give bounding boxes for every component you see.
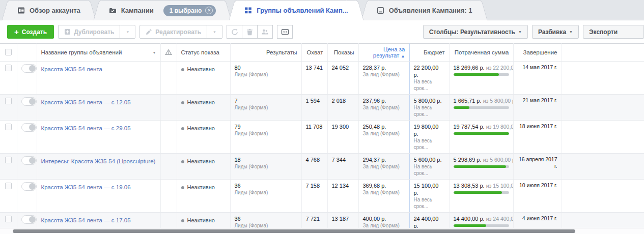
adset-toggle[interactable] [21, 156, 37, 165]
duplicate-dropdown-button[interactable]: ▼ [120, 25, 135, 39]
row-impressions-cell: 19 300 [327, 121, 358, 154]
row-spent-cell: 5 298,69 р. из 5 600,00 р. [449, 154, 513, 180]
duplicate-icon [64, 28, 71, 35]
status-text: Неактивно [187, 158, 215, 164]
refresh-icon[interactable] [227, 25, 242, 39]
row-results-cell: 7Лиды (Форма) [230, 95, 301, 121]
spend-progress-bar [454, 106, 509, 109]
row-results-cell: 80Лиды (Форма) [230, 62, 301, 95]
campaigns-folder-icon [109, 7, 117, 14]
row-impressions-cell: 12 134 [327, 180, 358, 213]
split-test-people-icon[interactable] [257, 25, 273, 39]
adset-row: Красота Ж35-54 лента — с 12.05 Неактивно… [0, 95, 644, 121]
row-toggle-cell [17, 121, 37, 154]
horizontal-scrollbar-thumb[interactable] [13, 229, 575, 233]
adset-name-link[interactable]: Красота Ж35-54 лента — с 17.05 [41, 216, 131, 224]
adset-name-link[interactable]: Красота Ж35-54 лента — с 12.05 [41, 98, 131, 106]
row-checkbox[interactable] [5, 65, 12, 71]
row-cost-cell: 369,68 р.За лид (Форма) [358, 180, 409, 213]
row-toggle-cell [17, 95, 37, 121]
status-text: Неактивно [187, 125, 215, 131]
row-checkbox[interactable] [5, 183, 12, 189]
row-checkbox[interactable] [5, 216, 12, 222]
col-header-name[interactable]: Название группы объявлений▼ [37, 44, 160, 62]
adset-toggle[interactable] [21, 215, 37, 224]
pixel-tag-icon[interactable] [277, 25, 293, 39]
filter-caret-icon[interactable]: ▼ [153, 51, 156, 54]
col-header-status[interactable]: Статус показа [177, 44, 230, 62]
col-header-spent[interactable]: Потраченная сумма [449, 44, 513, 62]
adset-name-link[interactable]: Красота Ж35-54 лента [41, 65, 102, 73]
create-button[interactable]: + Создать [7, 25, 54, 39]
breakdown-button[interactable]: Разбивка ▼ [532, 25, 579, 39]
delete-trash-icon[interactable] [242, 25, 258, 39]
col-header-results[interactable]: Результаты [230, 44, 301, 62]
col-header-impressions[interactable]: Показы [327, 44, 358, 62]
columns-button[interactable]: Столбцы: Результативность ▼ [423, 25, 528, 39]
tab-account-overview[interactable]: Обзор аккаунта [10, 0, 88, 20]
row-filler-cell [562, 95, 644, 121]
status-dot [181, 68, 184, 71]
row-filler-cell [562, 180, 644, 213]
chevron-down-icon: ▼ [213, 31, 216, 34]
row-select-cell [0, 95, 17, 121]
export-button[interactable]: Экспорти [583, 25, 644, 39]
chevron-down-icon: ▼ [569, 31, 573, 34]
toggle-knob [29, 98, 36, 105]
row-name-cell: Красота Ж35-54 лента — с 12.05 [37, 95, 160, 121]
row-cost-cell: 250,48 р.За лид (Форма) [358, 121, 409, 154]
row-actions-group [227, 25, 273, 39]
spend-progress-bar [454, 132, 509, 135]
status-text: Неактивно [187, 66, 215, 72]
spend-progress-bar [454, 165, 509, 168]
plus-icon: + [14, 28, 19, 36]
account-overview-icon [17, 7, 25, 14]
col-header-end[interactable]: Завершение [513, 44, 562, 62]
row-end-cell: 14 мая 2017 г. [513, 62, 562, 95]
adset-toggle[interactable] [21, 123, 37, 132]
edit-dropdown-button[interactable]: ▼ [207, 25, 222, 39]
row-budget-cell: 5 800,00 р.На весь срок... [409, 95, 449, 121]
row-status-cell: Неактивно [177, 180, 230, 213]
toggle-knob [29, 216, 36, 223]
adset-toggle[interactable] [21, 182, 37, 191]
col-header-reach[interactable]: Охват [301, 44, 327, 62]
col-header-budget[interactable]: Бюджет [409, 44, 449, 62]
status-dot [181, 186, 184, 189]
edit-button[interactable]: Редактировать [139, 25, 207, 39]
adset-name-link[interactable]: Красота Ж35-54 лента — с 19.06 [41, 183, 131, 191]
adset-toggle[interactable] [21, 64, 37, 73]
ads-card-icon [377, 7, 384, 14]
row-checkbox[interactable] [5, 157, 12, 163]
toggle-knob [29, 183, 36, 190]
tab-ads[interactable]: Объявления Кампания: 1 [370, 0, 480, 20]
row-checkbox[interactable] [5, 98, 12, 104]
horizontal-scrollbar-track[interactable] [0, 228, 644, 234]
col-header-cost-sorted[interactable]: Цена за результат ▲ [358, 44, 409, 62]
row-status-cell: Неактивно [177, 154, 230, 180]
row-checkbox[interactable] [5, 124, 12, 130]
tab-campaigns[interactable]: Кампании 1 выбрано ✕ [102, 0, 223, 20]
adset-row: Красота Ж35-54 лента — с 29.05 Неактивно… [0, 121, 644, 154]
col-header-warning [160, 44, 177, 62]
ads-manager-window: Обзор аккаунта Кампании 1 выбрано ✕ Груп… [0, 0, 644, 234]
duplicate-button[interactable]: Дублировать [58, 25, 120, 39]
row-impressions-cell: 2 018 [327, 95, 358, 121]
row-select-cell [0, 62, 17, 95]
adset-name-link[interactable]: Красота Ж35-54 лента — с 29.05 [41, 124, 131, 132]
row-end-cell: 21 мая 2017 г. [513, 95, 562, 121]
select-all-checkbox[interactable] [5, 49, 12, 55]
row-budget-cell: 5 600,00 р.На весь срок... [409, 154, 449, 180]
row-toggle-cell [17, 154, 37, 180]
row-name-cell: Красота Ж35-54 лента [37, 62, 160, 95]
table-body: Красота Ж35-54 лента Неактивно 80Лиды (Ф… [0, 62, 644, 234]
row-status-cell: Неактивно [177, 121, 230, 154]
duplicate-button-group: Дублировать ▼ [58, 25, 135, 39]
chevron-down-icon: ▼ [126, 31, 129, 34]
adset-toggle[interactable] [21, 97, 37, 106]
tab-label: Объявления Кампания: 1 [389, 7, 472, 14]
adset-name-link[interactable]: Интересы: Красота Ж35-54 (Liposculpture) [41, 157, 156, 165]
tab-adsets[interactable]: Группы объявлений Камп... [237, 0, 355, 20]
row-filler-cell [562, 121, 644, 154]
deselect-close-icon[interactable]: ✕ [205, 7, 213, 14]
